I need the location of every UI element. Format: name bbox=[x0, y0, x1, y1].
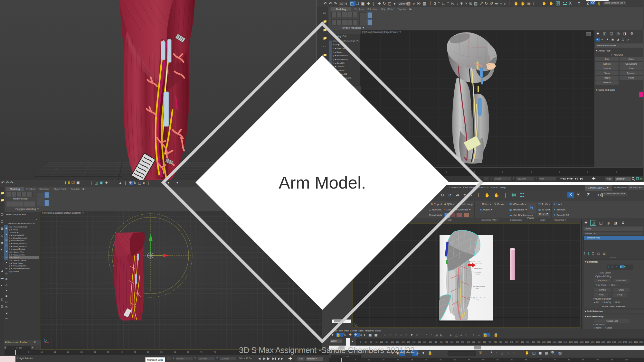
svg-text:Arm Model.: Arm Model. bbox=[279, 173, 366, 192]
